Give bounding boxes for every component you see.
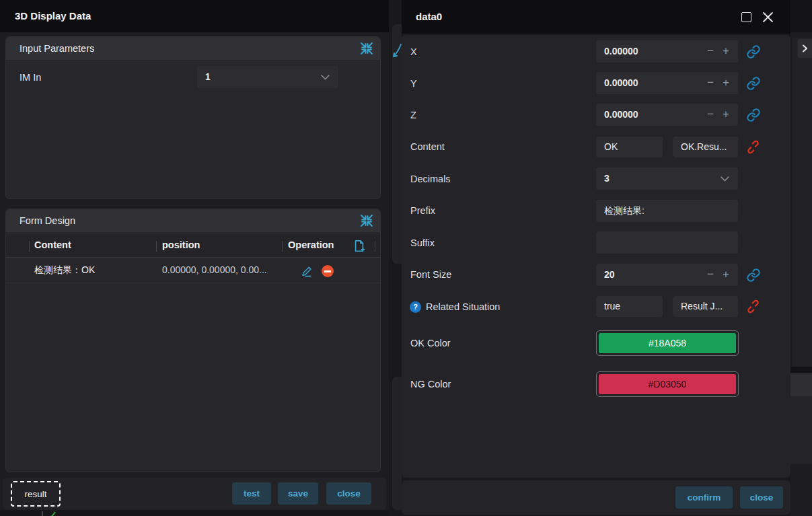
- left-window-footer: result test save close: [3, 478, 386, 510]
- ng-color-picker[interactable]: #D03050: [596, 371, 739, 397]
- plus-stepper[interactable]: +: [723, 264, 729, 285]
- minus-stepper[interactable]: −: [707, 104, 714, 124]
- close-icon[interactable]: [762, 11, 774, 23]
- column-position: position: [162, 239, 200, 250]
- link-icon[interactable]: [746, 268, 761, 283]
- background-block: [790, 373, 812, 396]
- background-block: [792, 38, 812, 367]
- row-content-cell: 检测结果：OK: [34, 264, 95, 277]
- unlink-icon[interactable]: [746, 140, 760, 154]
- form-design-panel: Form Design Content position Operation: [5, 209, 381, 472]
- add-row-icon[interactable]: [353, 239, 365, 253]
- form-design-header: Form Design: [6, 209, 380, 232]
- field-label-decimals: Decimals: [410, 172, 451, 186]
- test-button[interactable]: test: [232, 482, 271, 505]
- field-label-ng-color: NG Color: [410, 377, 451, 391]
- im-in-select[interactable]: 1: [197, 66, 338, 88]
- chevron-down-icon: [721, 176, 729, 182]
- input-parameters-header: Input Parameters: [6, 37, 380, 60]
- minus-stepper[interactable]: −: [707, 40, 714, 61]
- content-binding-value: OK.Resu...: [681, 137, 727, 157]
- link-icon[interactable]: [746, 108, 761, 122]
- related-situation-binding-value: Result J...: [681, 296, 723, 317]
- result-button[interactable]: result: [11, 481, 61, 507]
- plus-stepper[interactable]: +: [723, 72, 729, 93]
- dialog-body: [402, 35, 790, 478]
- dialog-titlebar: data0: [402, 0, 790, 34]
- table-row[interactable]: 检测结果：OK 0.00000, 0.00000, 0.00...: [6, 258, 380, 283]
- link-icon[interactable]: [746, 44, 761, 59]
- y-input[interactable]: 0.00000 − +: [596, 72, 738, 94]
- collapse-icon[interactable]: [359, 40, 375, 57]
- unlink-icon[interactable]: [746, 299, 760, 314]
- divider: [42, 511, 43, 516]
- field-label-ok-color: OK Color: [410, 336, 451, 350]
- decimals-select[interactable]: 3: [596, 168, 738, 190]
- plus-stepper[interactable]: +: [723, 104, 729, 124]
- confirm-button[interactable]: confirm: [675, 486, 733, 509]
- plus-stepper[interactable]: +: [723, 40, 729, 61]
- im-in-label: IM In: [20, 71, 41, 84]
- related-situation-value: true: [604, 296, 620, 317]
- window-title: 3D Display Data: [15, 0, 91, 32]
- chevron-down-icon: [321, 75, 330, 80]
- suffix-input[interactable]: [596, 231, 738, 254]
- content-binding-input[interactable]: OK.Resu...: [673, 137, 738, 157]
- background-green-line: [50, 512, 56, 516]
- form-design-title: Form Design: [20, 209, 75, 232]
- font-size-input[interactable]: 20 − +: [596, 264, 738, 286]
- background-bottom-strip: [0, 510, 402, 516]
- content-value: OK: [604, 137, 618, 157]
- column-content: Content: [34, 239, 71, 250]
- save-button[interactable]: save: [278, 482, 318, 505]
- field-label-related-situation: Related Situation: [426, 300, 500, 314]
- window-titlebar: 3D Display Data: [0, 0, 389, 32]
- close-button[interactable]: close: [326, 482, 371, 505]
- field-label-y: Y: [410, 77, 417, 90]
- data0-dialog: data0 X 0.00000 − + Y 0.00000 − + Z 0.00…: [402, 0, 790, 516]
- collapse-icon[interactable]: [359, 213, 375, 229]
- background-block: [790, 396, 812, 464]
- x-input[interactable]: 0.00000 − +: [596, 40, 738, 63]
- field-label-prefix: Prefix: [410, 204, 435, 217]
- ng-color-swatch: #D03050: [599, 374, 736, 394]
- z-value: 0.00000: [604, 104, 638, 126]
- field-label-suffix: Suffix: [410, 236, 435, 250]
- related-situation-input[interactable]: true: [596, 296, 663, 317]
- prefix-value: 检测结果:: [604, 200, 644, 222]
- maximize-icon[interactable]: [741, 12, 751, 22]
- field-label-x: X: [410, 45, 417, 59]
- font-size-value: 20: [604, 264, 615, 286]
- field-label-font-size: Font Size: [410, 268, 451, 281]
- chevron-right-icon: [802, 44, 808, 52]
- display-data-window: 3D Display Data Input Parameters IM In 1: [0, 0, 389, 510]
- prefix-input[interactable]: 检测结果:: [596, 200, 738, 222]
- background-right-strip: [790, 0, 812, 516]
- background-block: [790, 0, 812, 32]
- background-axis-icon: [392, 42, 402, 63]
- field-label-content: Content: [410, 140, 445, 153]
- ok-color-swatch: #18A058: [599, 333, 736, 353]
- edit-icon[interactable]: [301, 264, 313, 277]
- dialog-title: data0: [416, 0, 442, 34]
- delete-row-icon[interactable]: [322, 265, 334, 277]
- ok-color-picker[interactable]: #18A058: [596, 330, 739, 356]
- row-position-cell: 0.00000, 0.00000, 0.00...: [162, 264, 267, 275]
- decimals-value: 3: [604, 168, 610, 190]
- expand-panel-button[interactable]: [798, 39, 812, 58]
- link-icon[interactable]: [746, 76, 761, 91]
- minus-stepper[interactable]: −: [707, 264, 714, 285]
- help-icon[interactable]: ?: [410, 301, 421, 313]
- background-block: [790, 367, 812, 373]
- x-value: 0.00000: [604, 40, 638, 63]
- field-label-z: Z: [410, 108, 416, 122]
- dialog-close-button[interactable]: close: [740, 486, 783, 509]
- background-gap-strip: [389, 0, 402, 516]
- im-in-value: 1: [205, 66, 211, 88]
- y-value: 0.00000: [604, 72, 638, 94]
- content-input[interactable]: OK: [596, 137, 663, 157]
- z-input[interactable]: 0.00000 − +: [596, 104, 738, 126]
- minus-stepper[interactable]: −: [707, 72, 714, 93]
- related-situation-binding-input[interactable]: Result J...: [673, 296, 738, 317]
- input-parameters-title: Input Parameters: [20, 37, 94, 60]
